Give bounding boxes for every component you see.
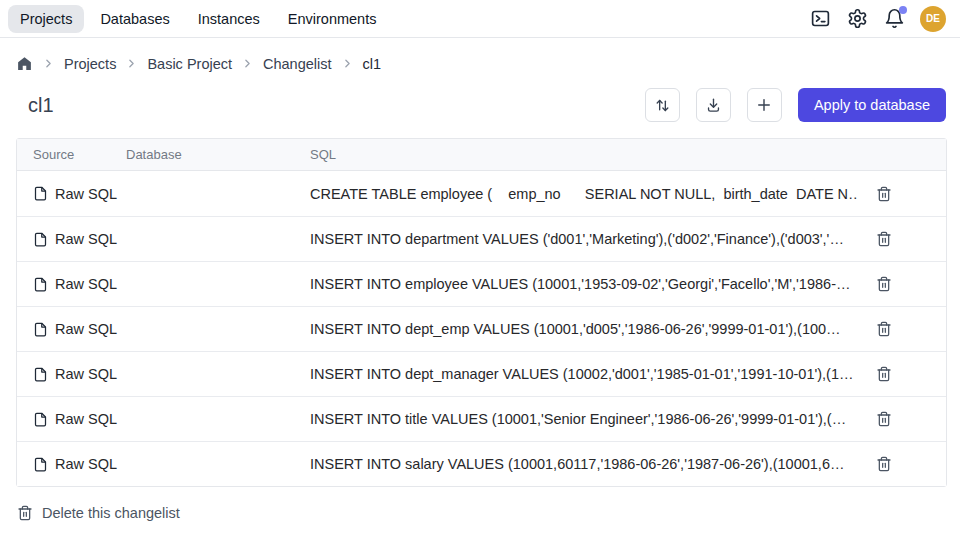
delete-row-button[interactable]	[876, 321, 892, 337]
bell-icon[interactable]	[883, 8, 905, 30]
gear-icon[interactable]	[846, 8, 868, 30]
file-icon	[33, 367, 48, 382]
sql-cell: CREATE TABLE employee ( emp_no SERIAL NO…	[310, 186, 858, 202]
nav-tab-projects[interactable]: Projects	[8, 5, 84, 33]
file-icon	[33, 322, 48, 337]
file-icon	[33, 277, 48, 292]
chevron-right-icon	[125, 57, 138, 70]
file-icon	[33, 232, 48, 247]
source-label: Raw SQL	[55, 411, 117, 427]
add-change-button[interactable]	[747, 88, 782, 122]
apply-to-database-button[interactable]: Apply to database	[798, 88, 946, 122]
delete-row-button[interactable]	[876, 186, 892, 202]
trash-icon	[876, 456, 892, 472]
trash-icon	[876, 411, 892, 427]
nav-tabs: Projects Databases Instances Environment…	[8, 5, 388, 33]
file-icon	[33, 457, 48, 472]
header-database: Database	[126, 147, 310, 162]
header-source: Source	[17, 147, 126, 162]
delete-row-button[interactable]	[876, 276, 892, 292]
source-label: Raw SQL	[55, 231, 117, 247]
trash-icon	[876, 366, 892, 382]
table-row[interactable]: Raw SQL INSERT INTO salary VALUES (10001…	[17, 441, 946, 486]
top-navbar: Projects Databases Instances Environment…	[0, 0, 960, 38]
file-icon	[33, 412, 48, 427]
header-sql: SQL	[310, 147, 858, 162]
source-label: Raw SQL	[55, 321, 117, 337]
delete-row-button[interactable]	[876, 411, 892, 427]
source-label: Raw SQL	[55, 456, 117, 472]
source-label: Raw SQL	[55, 186, 117, 202]
delete-row-button[interactable]	[876, 231, 892, 247]
delete-changelist-label: Delete this changelist	[42, 505, 180, 521]
table-row[interactable]: Raw SQL INSERT INTO employee VALUES (100…	[17, 261, 946, 306]
page-title: cl1	[28, 94, 54, 117]
footer: Delete this changelist	[0, 487, 960, 521]
chevron-right-icon	[42, 57, 55, 70]
top-actions: DE	[809, 6, 946, 32]
download-icon	[705, 97, 722, 114]
delete-changelist-button[interactable]: Delete this changelist	[17, 505, 180, 521]
reorder-button[interactable]	[645, 88, 680, 122]
sql-cell: INSERT INTO department VALUES ('d001','M…	[310, 231, 858, 247]
delete-row-button[interactable]	[876, 456, 892, 472]
avatar[interactable]: DE	[920, 6, 946, 32]
table-row[interactable]: Raw SQL INSERT INTO title VALUES (10001,…	[17, 396, 946, 441]
trash-icon	[876, 321, 892, 337]
trash-icon	[876, 231, 892, 247]
nav-tab-environments[interactable]: Environments	[276, 5, 389, 33]
breadcrumb-cl1[interactable]: cl1	[363, 56, 382, 72]
source-label: Raw SQL	[55, 366, 117, 382]
breadcrumb-basic-project[interactable]: Basic Project	[147, 56, 232, 72]
table-row[interactable]: Raw SQL INSERT INTO dept_manager VALUES …	[17, 351, 946, 396]
trash-icon	[17, 505, 33, 521]
table-header: Source Database SQL	[17, 139, 946, 171]
sql-cell: INSERT INTO dept_manager VALUES (10002,'…	[310, 366, 858, 382]
sql-cell: INSERT INTO employee VALUES (10001,'1953…	[310, 276, 858, 292]
source-label: Raw SQL	[55, 276, 117, 292]
table-row[interactable]: Raw SQL INSERT INTO dept_emp VALUES (100…	[17, 306, 946, 351]
plus-icon	[755, 96, 773, 114]
terminal-icon[interactable]	[809, 8, 831, 30]
breadcrumb: Projects Basic Project Changelist cl1	[0, 38, 960, 80]
trash-icon	[876, 186, 892, 202]
title-actions: Apply to database	[645, 88, 946, 122]
breadcrumb-changelist[interactable]: Changelist	[263, 56, 332, 72]
sql-cell: INSERT INTO dept_emp VALUES (10001,'d005…	[310, 321, 858, 337]
table-row[interactable]: Raw SQL INSERT INTO department VALUES ('…	[17, 216, 946, 261]
export-button[interactable]	[696, 88, 731, 122]
nav-tab-databases[interactable]: Databases	[88, 5, 181, 33]
breadcrumb-projects[interactable]: Projects	[64, 56, 116, 72]
home-icon[interactable]	[16, 55, 33, 72]
changelist-table: Source Database SQL Raw SQL CREATE TABLE…	[16, 138, 947, 487]
title-row: cl1 Apply to database	[0, 80, 960, 136]
sql-cell: INSERT INTO title VALUES (10001,'Senior …	[310, 411, 858, 427]
delete-row-button[interactable]	[876, 366, 892, 382]
chevron-right-icon	[341, 57, 354, 70]
file-icon	[33, 186, 48, 201]
arrow-up-down-icon	[654, 97, 671, 114]
trash-icon	[876, 276, 892, 292]
sql-cell: INSERT INTO salary VALUES (10001,60117,'…	[310, 456, 858, 472]
table-row[interactable]: Raw SQL CREATE TABLE employee ( emp_no S…	[17, 171, 946, 216]
nav-tab-instances[interactable]: Instances	[186, 5, 272, 33]
notification-dot	[899, 6, 907, 14]
chevron-right-icon	[241, 57, 254, 70]
